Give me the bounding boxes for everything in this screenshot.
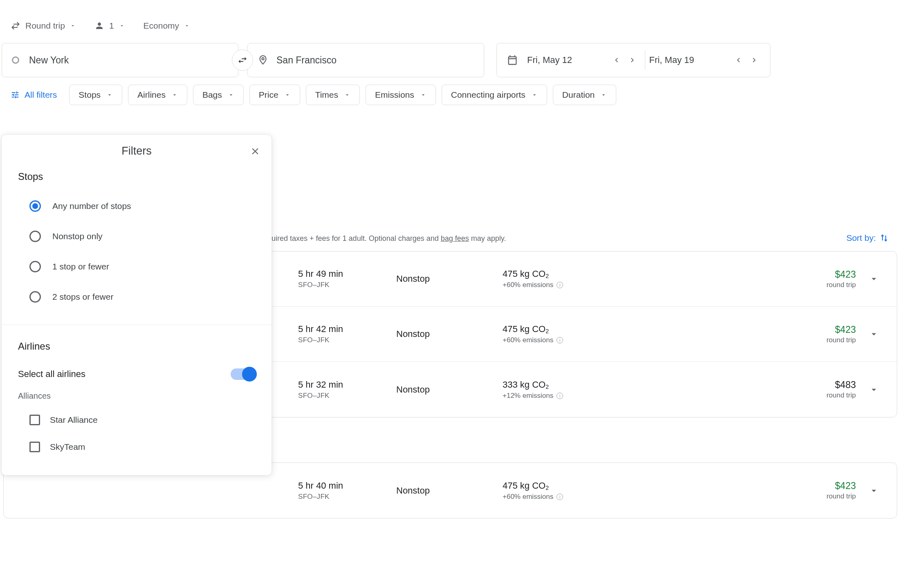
price-cell: $483round trip xyxy=(625,379,880,399)
expand-row-button[interactable] xyxy=(866,382,882,398)
stops-option[interactable]: 2 stops or fewer xyxy=(2,285,272,315)
destination-value: San Francisco xyxy=(276,55,337,66)
sort-arrows-icon xyxy=(879,233,889,243)
info-icon: i xyxy=(557,494,563,500)
filters-panel: Filters Stops Any number of stopsNonstop… xyxy=(2,135,272,475)
filter-chip-duration[interactable]: Duration xyxy=(553,85,616,105)
origin-input[interactable]: New York xyxy=(2,43,238,77)
person-icon xyxy=(94,21,104,31)
all-filters-label: All filters xyxy=(25,90,57,100)
select-all-airlines-toggle[interactable] xyxy=(231,368,255,380)
radio-icon xyxy=(29,261,41,272)
filter-chip-connecting-airports[interactable]: Connecting airports xyxy=(442,85,547,105)
chevron-down-icon xyxy=(171,92,178,98)
alliance-label: SkyTeam xyxy=(50,442,85,452)
filter-chip-times[interactable]: Times xyxy=(306,85,360,105)
info-icon: i xyxy=(557,393,563,399)
depart-next-button[interactable] xyxy=(624,52,641,68)
date-picker[interactable]: Fri, May 12 Fri, May 19 xyxy=(496,43,770,77)
filter-chip-label: Stops xyxy=(79,90,101,100)
chevron-down-icon xyxy=(184,23,190,29)
trip-type-dropdown[interactable]: Round trip xyxy=(7,18,79,33)
filter-chip-label: Times xyxy=(315,90,338,100)
filter-chip-emissions[interactable]: Emissions xyxy=(366,85,436,105)
swap-origin-dest-button[interactable] xyxy=(232,49,253,71)
filter-chip-price[interactable]: Price xyxy=(249,85,300,105)
radio-icon xyxy=(29,291,41,303)
chevron-down-icon xyxy=(600,92,607,98)
sort-by-label: Sort by: xyxy=(846,233,876,243)
svg-point-0 xyxy=(262,58,264,60)
stops-cell: Nonstop xyxy=(396,485,503,496)
price-cell: $423round trip xyxy=(625,324,880,344)
checkbox-icon xyxy=(29,442,40,452)
stops-option-label: 1 stop or fewer xyxy=(52,262,109,272)
alliances-label: Alliances xyxy=(2,391,272,409)
passenger-dropdown[interactable]: 1 xyxy=(91,18,128,33)
chevron-down-icon xyxy=(70,23,76,29)
chevron-down-icon xyxy=(119,23,125,29)
stops-option[interactable]: Nonstop only xyxy=(2,224,272,254)
panel-divider xyxy=(2,325,272,325)
expand-row-button[interactable] xyxy=(866,271,882,287)
filter-chip-label: Connecting airports xyxy=(451,90,525,100)
stops-option-label: Nonstop only xyxy=(52,231,103,241)
airlines-section-title: Airlines xyxy=(2,337,272,364)
bag-fees-link[interactable]: bag fees xyxy=(441,234,469,242)
all-filters-button[interactable]: All filters xyxy=(7,86,63,104)
radio-icon xyxy=(29,231,41,242)
stops-option-label: Any number of stops xyxy=(52,201,131,211)
return-date: Fri, May 19 xyxy=(649,55,730,65)
filter-chip-label: Airlines xyxy=(137,90,166,100)
chevron-down-icon xyxy=(531,92,538,98)
checkbox-icon xyxy=(29,415,40,425)
chevron-down-icon xyxy=(284,92,291,98)
origin-circle-icon xyxy=(12,56,19,64)
stops-option-label: 2 stops or fewer xyxy=(52,292,113,302)
passenger-count: 1 xyxy=(109,21,114,31)
chevron-down-icon xyxy=(869,485,879,496)
emissions-cell: 475 kg CO2+60% emissionsi xyxy=(503,480,625,501)
alliance-option[interactable]: Star Alliance xyxy=(2,409,272,436)
stops-option[interactable]: 1 stop or fewer xyxy=(2,254,272,285)
expand-row-button[interactable] xyxy=(866,483,882,499)
price-disclaimer: uired taxes + fees for 1 adult. Optional… xyxy=(272,234,506,243)
destination-input[interactable]: San Francisco xyxy=(247,43,484,77)
return-next-button[interactable] xyxy=(746,52,763,68)
alliance-option[interactable]: SkyTeam xyxy=(2,436,272,463)
depart-prev-button[interactable] xyxy=(608,52,624,68)
alliance-label: Star Alliance xyxy=(50,415,98,425)
expand-row-button[interactable] xyxy=(866,326,882,342)
swap-horiz-icon xyxy=(237,55,248,65)
emissions-cell: 475 kg CO2+60% emissionsi xyxy=(503,324,625,344)
depart-date: Fri, May 12 xyxy=(527,55,608,65)
swap-arrows-icon xyxy=(11,21,20,31)
stops-cell: Nonstop xyxy=(396,384,503,395)
return-prev-button[interactable] xyxy=(730,52,746,68)
info-icon: i xyxy=(557,337,563,343)
info-icon: i xyxy=(557,282,563,288)
close-filters-button[interactable] xyxy=(248,144,263,159)
stops-option[interactable]: Any number of stops xyxy=(2,194,272,224)
filter-chip-stops[interactable]: Stops xyxy=(69,85,122,105)
emissions-cell: 475 kg CO2+60% emissionsi xyxy=(503,269,625,289)
stops-cell: Nonstop xyxy=(396,274,503,284)
origin-value: New York xyxy=(29,55,69,66)
cabin-class-label: Economy xyxy=(144,21,180,31)
trip-type-label: Round trip xyxy=(25,21,65,31)
filter-chip-airlines[interactable]: Airlines xyxy=(128,85,187,105)
sort-by-button[interactable]: Sort by: xyxy=(846,233,895,243)
calendar-icon xyxy=(507,54,518,66)
cabin-class-dropdown[interactable]: Economy xyxy=(140,18,193,33)
stops-cell: Nonstop xyxy=(396,329,503,339)
filter-chip-bags[interactable]: Bags xyxy=(193,85,244,105)
radio-icon xyxy=(29,200,41,212)
duration-cell: 5 hr 42 minSFO–JFK xyxy=(298,324,396,344)
date-divider xyxy=(645,51,645,70)
filter-chip-label: Bags xyxy=(202,90,222,100)
chevron-down-icon xyxy=(869,329,879,339)
emissions-cell: 333 kg CO2+12% emissionsi xyxy=(503,379,625,400)
duration-cell: 5 hr 32 minSFO–JFK xyxy=(298,379,396,400)
select-all-airlines-label: Select all airlines xyxy=(18,369,85,379)
filter-chip-label: Duration xyxy=(562,90,595,100)
